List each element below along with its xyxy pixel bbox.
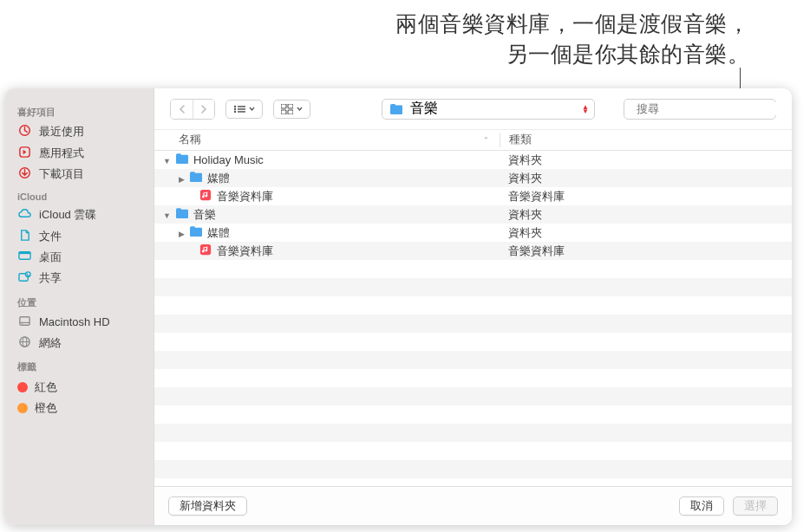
cloud-icon: [17, 207, 32, 223]
file-name: Holiday Music: [193, 153, 264, 166]
svg-point-18: [234, 110, 236, 112]
table-row-empty: [154, 460, 792, 478]
file-type: 資料夾: [500, 225, 792, 241]
sidebar-item[interactable]: Macintosh HD: [5, 312, 154, 333]
app-icon: [17, 146, 32, 161]
nav-buttons: [170, 99, 215, 120]
group-button[interactable]: [273, 100, 310, 119]
sidebar-item-label: 共享: [39, 270, 62, 286]
table-row[interactable]: ▼音樂資料夾: [154, 205, 792, 224]
new-folder-button[interactable]: 新增資料夾: [168, 496, 247, 516]
sidebar-item[interactable]: iCloud 雲碟: [5, 204, 154, 225]
sidebar-item[interactable]: 橙色: [5, 398, 154, 418]
group-icon: [281, 104, 293, 114]
svg-point-14: [234, 105, 236, 107]
back-button[interactable]: [171, 100, 193, 119]
svg-rect-23: [288, 110, 293, 114]
file-type: 音樂資料庫: [500, 189, 792, 204]
table-row-empty: [154, 424, 792, 442]
sidebar-item[interactable]: 應用程式: [5, 142, 154, 163]
disclosure-triangle-icon[interactable]: ▶: [179, 230, 185, 238]
file-name: 媒體: [207, 225, 230, 241]
file-list: ▼Holiday Music資料夾▶媒體資料夾音樂資料庫音樂資料庫▼音樂資料夾▶…: [154, 151, 792, 486]
disclosure-triangle-icon[interactable]: ▶: [179, 175, 185, 184]
list-icon: [233, 105, 245, 114]
cancel-button[interactable]: 取消: [679, 496, 724, 516]
table-row-empty: [154, 315, 792, 333]
sidebar-item-label: 文件: [39, 229, 62, 244]
search-input[interactable]: [637, 102, 782, 115]
svg-rect-15: [238, 106, 245, 107]
folder-icon: [389, 103, 403, 115]
chevron-down-icon: [297, 107, 303, 111]
path-popup[interactable]: 音樂 ▲▼: [382, 99, 595, 120]
table-row-empty: [154, 387, 792, 405]
sidebar-item-label: 網絡: [39, 335, 62, 351]
sidebar-item-label: 紅色: [35, 380, 57, 395]
sidebar-item-label: Macintosh HD: [39, 315, 110, 328]
sidebar-item[interactable]: 最近使用: [5, 121, 154, 142]
current-folder-label: 音樂: [410, 100, 438, 118]
clock-icon: [17, 124, 32, 139]
sidebar-section-label: 標籤: [5, 354, 154, 376]
file-name: 音樂: [193, 207, 216, 223]
column-type[interactable]: 種類: [500, 133, 792, 147]
column-headers: 名稱 ⌃ 種類: [154, 130, 792, 151]
folder-icon: [189, 171, 203, 183]
tag-dot-icon: [17, 382, 28, 393]
table-row[interactable]: ▶媒體資料夾: [154, 224, 792, 242]
sidebar-item[interactable]: 文件: [5, 226, 154, 247]
view-list-button[interactable]: [225, 100, 263, 119]
sidebar-item[interactable]: 共享: [5, 268, 154, 289]
file-name: 媒體: [207, 171, 230, 186]
table-row-empty: [154, 442, 792, 460]
table-row[interactable]: 音樂資料庫音樂資料庫: [154, 187, 792, 205]
sidebar-item-label: 最近使用: [39, 124, 84, 139]
main-panel: 音樂 ▲▼ 名稱 ⌃ 種類 ▼Holi: [154, 88, 792, 525]
table-row[interactable]: ▼Holiday Music資料夾: [154, 151, 792, 169]
search-field[interactable]: [624, 99, 776, 120]
column-name-label: 名稱: [179, 133, 201, 147]
svg-rect-21: [288, 104, 293, 108]
toolbar: 音樂 ▲▼: [154, 88, 792, 130]
file-type: 音樂資料庫: [500, 243, 792, 259]
folder-icon: [189, 225, 203, 237]
disclosure-triangle-icon[interactable]: ▼: [163, 157, 171, 165]
file-name: 音樂資料庫: [217, 243, 273, 259]
sidebar-item-label: iCloud 雲碟: [39, 207, 96, 223]
svg-point-6: [25, 272, 30, 277]
table-row-empty: [154, 260, 792, 278]
music-library-icon: [199, 189, 212, 201]
finder-window: 喜好項目最近使用應用程式下載項目iCloudiCloud 雲碟文件桌面共享位置M…: [5, 88, 792, 525]
column-name[interactable]: 名稱 ⌃: [179, 133, 500, 147]
sidebar-item[interactable]: 網絡: [5, 333, 154, 354]
svg-rect-19: [238, 111, 245, 113]
file-name: 音樂資料庫: [217, 189, 273, 204]
table-row[interactable]: 音樂資料庫音樂資料庫: [154, 242, 792, 260]
choose-button[interactable]: 選擇: [733, 496, 778, 516]
sidebar-section-label: iCloud: [5, 185, 154, 204]
download-icon: [17, 166, 32, 182]
column-type-label: 種類: [509, 133, 532, 146]
sidebar: 喜好項目最近使用應用程式下載項目iCloudiCloud 雲碟文件桌面共享位置M…: [5, 88, 154, 525]
annotation-line-1: 兩個音樂資料庫，一個是渡假音樂，: [395, 9, 749, 39]
sidebar-section-label: 位置: [5, 289, 154, 312]
table-row-empty: [154, 369, 792, 387]
disclosure-triangle-icon[interactable]: ▼: [163, 211, 171, 220]
footer-bar: 新增資料夾 取消 選擇: [154, 486, 792, 525]
annotation-line-2: 另一個是你其餘的音樂。: [395, 39, 749, 69]
table-row[interactable]: ▶媒體資料夾: [154, 169, 792, 187]
sidebar-item-label: 下載項目: [39, 166, 84, 182]
share-icon: [17, 270, 32, 286]
globe-icon: [17, 335, 32, 351]
sidebar-item[interactable]: 紅色: [5, 376, 154, 397]
sidebar-item[interactable]: 桌面: [5, 247, 154, 268]
sidebar-item[interactable]: 下載項目: [5, 164, 154, 185]
table-row-empty: [154, 333, 792, 351]
file-type: 資料夾: [500, 171, 792, 186]
sort-ascending-icon: ⌃: [483, 136, 489, 144]
table-row-empty: [154, 351, 792, 369]
svg-point-16: [234, 107, 236, 109]
sidebar-section-label: 喜好項目: [5, 99, 154, 121]
forward-button[interactable]: [193, 100, 214, 119]
